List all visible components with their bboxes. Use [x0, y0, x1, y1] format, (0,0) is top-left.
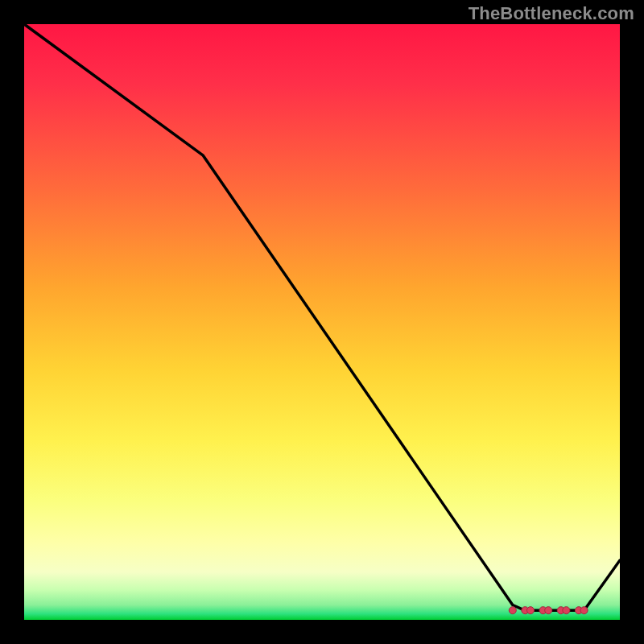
- chart-line-group: [24, 24, 620, 610]
- chart-svg: [24, 24, 620, 620]
- chart-marker: [509, 607, 516, 614]
- chart-marker: [527, 607, 535, 614]
- chart-plot-area: [24, 24, 620, 620]
- chart-frame: TheBottleneck.com: [0, 0, 644, 644]
- chart-marker: [563, 607, 570, 614]
- chart-marker: [545, 607, 552, 614]
- chart-line: [24, 24, 620, 610]
- watermark-text: TheBottleneck.com: [469, 3, 634, 24]
- chart-marker: [580, 607, 588, 614]
